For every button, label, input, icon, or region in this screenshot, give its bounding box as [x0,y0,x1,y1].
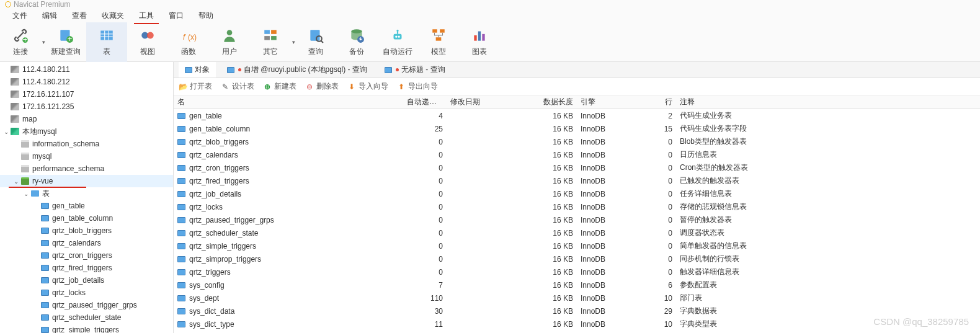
table-row[interactable]: qrtz_paused_trigger_grps016 KBInnoDB0暂停的… [174,213,980,226]
toolbar-view-button[interactable]: 视图 [127,22,168,62]
table-icon [40,264,50,272]
tree-tbl-qrtz_simple_triggers[interactable]: qrtz_simple_triggers [0,324,173,333]
tree-db-information_schema[interactable]: information_schema [0,138,173,150]
menu-窗口[interactable]: 窗口 [161,9,191,23]
database-icon [20,152,30,161]
tree-srv-112.4.180.212[interactable]: 112.4.180.212 [0,76,173,88]
table-row[interactable]: sys_dept11016 KBInnoDB10部门表 [174,291,980,304]
table-row[interactable]: qrtz_calendars016 KBInnoDB0日历信息表 [174,148,980,161]
table-row[interactable]: qrtz_locks016 KBInnoDB0存储的悲观锁信息表 [174,200,980,213]
table-row[interactable]: qrtz_simprop_triggers016 KBInnoDB0同步机制的行… [174,252,980,265]
menu-收藏夹[interactable]: 收藏夹 [94,9,131,23]
tree-tbl-qrtz_paused_trigger_grps[interactable]: qrtz_paused_trigger_grps [0,299,173,311]
titlebar: Navicat Premium [0,0,980,9]
table-row[interactable]: qrtz_cron_triggers016 KBInnoDB0Cron类型的触发… [174,161,980,174]
col-eng[interactable]: 引擎 [577,97,639,107]
tree-label: qrtz_scheduler_state [52,313,121,322]
table-row[interactable]: gen_table_column2516 KBInnoDB15代码生成业务表字段 [174,122,980,135]
delete-table-button[interactable]: ⊖删除表 [305,81,339,92]
tree-tbl-qrtz_scheduler_state[interactable]: qrtz_scheduler_state [0,311,173,324]
plus-icon: ⊕ [263,82,272,91]
svg-rect-19 [310,30,319,40]
chevron-icon[interactable]: ⌄ [12,178,20,185]
menu-帮助[interactable]: 帮助 [191,9,221,23]
svg-point-28 [396,30,398,32]
app-icon [5,1,11,7]
toolbar-function-button[interactable]: f(x)函数 [168,22,209,62]
table-row[interactable]: qrtz_job_details016 KBInnoDB0任务详细信息表 [174,187,980,200]
table-grid[interactable]: 名 自动递增值 修改日期 数据长度 引擎 行 注释 gen_table416 K… [174,95,980,333]
connection-tree[interactable]: 112.4.180.211112.4.180.212172.16.121.107… [0,62,174,333]
svg-rect-5 [100,30,113,40]
toolbar-model-button[interactable]: 模型 [418,22,459,62]
tree-srv-112.4.180.211[interactable]: 112.4.180.211 [0,63,173,76]
tree-tbl-gen_table[interactable]: gen_table [0,200,173,212]
col-comm[interactable]: 注释 [676,97,980,107]
chevron-icon[interactable]: ⌄ [2,128,10,135]
tree-label: gen_table_column [52,214,113,223]
tree-srv-map[interactable]: map [0,113,173,125]
col-len[interactable]: 数据长度 [540,97,577,107]
menu-编辑[interactable]: 编辑 [35,9,65,23]
design-table-button[interactable]: ✎设计表 [221,81,254,92]
chevron-icon[interactable]: ⌄ [22,190,30,197]
grid-header: 名 自动递增值 修改日期 数据长度 引擎 行 注释 [174,95,980,109]
toolbar-backup-button[interactable]: 备份 [336,22,377,62]
col-rows[interactable]: 行 [639,97,676,107]
table-row[interactable]: qrtz_triggers016 KBInnoDB0触发器详细信息表 [174,265,980,278]
toolbar-connect-button[interactable]: +连接 [0,22,41,62]
backup-icon [348,27,365,44]
col-mod[interactable]: 修改日期 [447,97,540,107]
tree-label: qrtz_paused_trigger_grps [52,301,137,309]
import-wizard-button[interactable]: ⬇导入向导 [347,81,388,92]
table-row[interactable]: qrtz_blob_triggers016 KBInnoDB0Blob类型的触发… [174,135,980,148]
tree-srv-172.16.121.235[interactable]: 172.16.121.235 [0,100,173,113]
tree-srv-本地mysql[interactable]: ⌄本地mysql [0,125,173,138]
server-icon [10,65,20,74]
toolbar-user-button[interactable]: 用户 [209,22,250,62]
table-row[interactable]: sys_dict_data3016 KBInnoDB29字典数据表 [174,304,980,317]
toolbar-query-button[interactable]: 查询 [295,22,336,62]
tree-tbl-qrtz_blob_triggers[interactable]: qrtz_blob_triggers [0,224,173,237]
tab-自增 @ruoyi.public (本地pgsql) - 查询[interactable]: 自增 @ruoyi.public (本地pgsql) - 查询 [221,62,373,78]
tab-icon [227,67,234,73]
toolbar-other-button[interactable]: 其它 [250,22,291,62]
table-icon [177,152,185,158]
table-row[interactable]: qrtz_simple_triggers016 KBInnoDB0简单触发器的信… [174,239,980,252]
tree-tbl-qrtz_locks[interactable]: qrtz_locks [0,286,173,299]
svg-rect-15 [264,30,270,34]
tree-srv-172.16.121.107[interactable]: 172.16.121.107 [0,88,173,100]
tree-db-ry-vue[interactable]: ⌄ry-vue [0,175,173,187]
table-row[interactable]: sys_config716 KBInnoDB6参数配置表 [174,278,980,291]
menu-查看[interactable]: 查看 [65,9,94,23]
tree-tbl-gen_table_column[interactable]: gen_table_column [0,212,173,224]
toolbar-chart-button[interactable]: 图表 [459,22,500,62]
tree-db-performance_schema[interactable]: performance_schema [0,162,173,175]
database-icon [20,164,30,173]
tree-folder-表[interactable]: ⌄表 [0,187,173,200]
toolbar-table-button[interactable]: 表 [86,22,127,62]
tab-无标题 - 查询[interactable]: 无标题 - 查询 [378,62,452,78]
table-row[interactable]: sys_dict_type1116 KBInnoDB10字典类型表 [174,317,980,331]
col-name[interactable]: 名 [174,97,403,107]
tree-tbl-qrtz_fired_triggers[interactable]: qrtz_fired_triggers [0,262,173,274]
table-row[interactable]: gen_table416 KBInnoDB2代码生成业务表 [174,109,980,122]
table-row[interactable]: qrtz_fired_triggers016 KBInnoDB0已触发的触发器表 [174,174,980,187]
tree-tbl-qrtz_cron_triggers[interactable]: qrtz_cron_triggers [0,249,173,262]
toolbar-newquery-button[interactable]: +新建查询 [45,22,86,62]
table-row[interactable]: qrtz_scheduler_state016 KBInnoDB0调度器状态表 [174,226,980,239]
tree-label: 112.4.180.211 [22,65,70,74]
open-table-button[interactable]: 📂打开表 [179,81,212,92]
menu-文件[interactable]: 文件 [5,9,35,23]
import-icon: ⬇ [347,82,356,91]
menu-工具[interactable]: 工具 [131,9,161,23]
col-auto[interactable]: 自动递增值 [403,97,447,107]
tree-db-mysql[interactable]: mysql [0,150,173,162]
toolbar-autorun-button[interactable]: 自动运行 [377,22,418,62]
tree-tbl-qrtz_job_details[interactable]: qrtz_job_details [0,274,173,286]
database-icon [20,177,30,185]
new-table-button[interactable]: ⊕新建表 [263,81,296,92]
tree-tbl-qrtz_calendars[interactable]: qrtz_calendars [0,237,173,249]
tab-对象[interactable]: 对象 [179,62,216,78]
export-wizard-button[interactable]: ⬆导出向导 [397,81,438,92]
